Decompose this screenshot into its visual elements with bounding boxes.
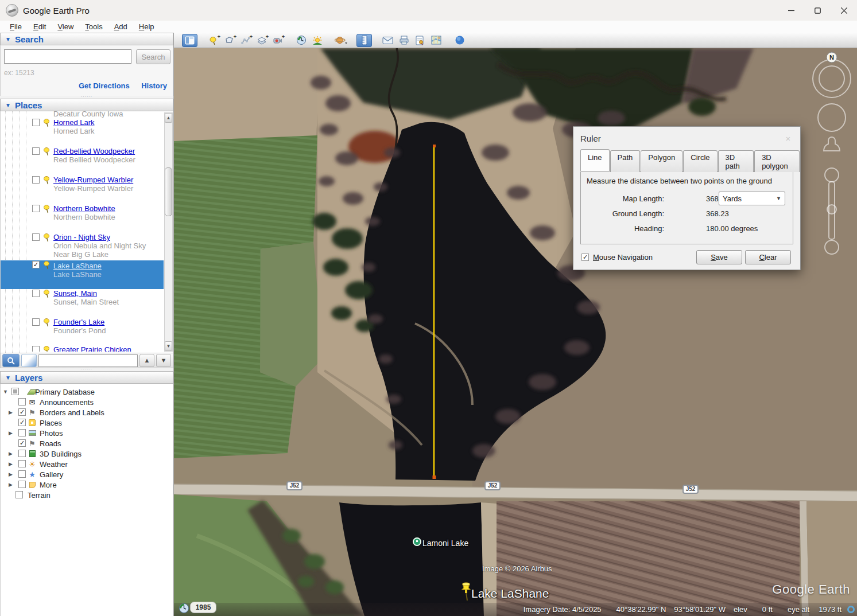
get-directions-link[interactable]: Get Directions [79, 81, 130, 90]
layer-checkbox-checked[interactable]: ✓ [18, 439, 26, 447]
checkbox-checked[interactable]: ✓ [581, 254, 589, 261]
layer-row[interactable]: ▶ Photos [1, 428, 173, 438]
layer-row[interactable]: ✓ Places [1, 418, 173, 428]
scroll-up-icon[interactable]: ▲ [165, 113, 172, 123]
scroll-thumb[interactable] [165, 167, 172, 216]
layers-panel-header[interactable]: ▼ Layers [0, 371, 173, 384]
list-item[interactable]: Orion - Night Sky Orion Nebula and Night… [1, 233, 173, 260]
menu-tools[interactable]: Tools [80, 21, 107, 32]
lamoni-lake-marker[interactable] [413, 537, 421, 546]
add-image-overlay-button[interactable]: + [254, 34, 269, 47]
ruler-dialog-titlebar[interactable]: Ruler × [573, 127, 800, 150]
layer-row[interactable]: ▶ ✓ ⚑ Borders and Labels [1, 407, 173, 418]
layer-row[interactable]: ✓ ⚑ Roads [1, 438, 173, 449]
search-panel-header[interactable]: ▼ Search [0, 33, 173, 45]
layer-checkbox-partial[interactable] [11, 388, 19, 395]
scroll-down-icon[interactable]: ▼ [165, 341, 172, 351]
add-polygon-button[interactable]: + [222, 34, 237, 47]
layer-row[interactable]: ✉ Announcements [1, 397, 173, 407]
layer-row[interactable]: ▶ ☀ Weather [1, 459, 173, 469]
layer-checkbox-checked[interactable]: ✓ [18, 419, 26, 426]
place-checkbox[interactable] [32, 147, 40, 155]
ruler-button[interactable] [356, 34, 372, 47]
add-path-button[interactable]: + [238, 34, 253, 47]
layer-row[interactable]: ▼ Primary Database [1, 387, 173, 397]
historical-imagery-clock-icon[interactable] [179, 603, 189, 614]
unit-dropdown[interactable]: Yards ▼ [719, 192, 785, 205]
search-input[interactable] [4, 49, 131, 64]
list-item-clipped[interactable]: Greater Prairie Chicken [1, 345, 173, 352]
places-filter-toggle-icon[interactable] [21, 354, 37, 367]
layer-checkbox[interactable] [18, 398, 26, 406]
lashane-pushpin-icon[interactable] [460, 582, 472, 602]
places-panel-header[interactable]: ▼ Places [0, 99, 173, 111]
tab-3d-path[interactable]: 3D path [718, 150, 754, 172]
dialog-close-icon[interactable]: × [783, 134, 793, 143]
tab-3d-polygon[interactable]: 3D polygon [754, 150, 800, 172]
menu-file[interactable]: File [5, 21, 27, 32]
menu-edit[interactable]: Edit [28, 21, 51, 32]
sunlight-button[interactable] [309, 34, 325, 47]
tab-polygon[interactable]: Polygon [641, 150, 683, 172]
place-checkbox[interactable] [32, 290, 40, 297]
historical-imagery-button[interactable] [293, 34, 309, 47]
layer-row[interactable]: ▶ More [1, 479, 173, 490]
layer-checkbox[interactable] [18, 460, 26, 467]
places-filter-input[interactable] [38, 354, 138, 367]
layer-row[interactable]: Terrain [1, 490, 173, 500]
lamoni-lake-label[interactable]: Lamoni Lake [422, 539, 468, 548]
expander-icon[interactable]: ▶ [9, 451, 13, 457]
list-item[interactable]: Red-bellied Woodpecker Red Bellied Woodp… [1, 147, 173, 176]
expander-icon[interactable]: ▶ [9, 410, 13, 415]
expander-icon[interactable]: ▶ [9, 430, 13, 436]
expander-icon[interactable]: ▶ [9, 471, 13, 477]
ruler-dialog[interactable]: Ruler × Line Path Polygon Circle 3D path… [573, 126, 801, 270]
record-tour-button[interactable]: + [270, 34, 285, 47]
layer-checkbox[interactable] [18, 481, 26, 488]
add-placemark-button[interactable]: + [205, 34, 221, 47]
expander-open-icon[interactable]: ▼ [3, 389, 8, 395]
place-checkbox[interactable] [32, 205, 40, 212]
close-button[interactable] [831, 0, 857, 21]
menu-help[interactable]: Help [134, 21, 160, 32]
navigation-controls[interactable]: N [806, 50, 855, 262]
save-image-button[interactable] [412, 34, 428, 47]
clear-button[interactable]: Clear [745, 250, 791, 264]
place-checkbox-checked[interactable]: ✓ [32, 261, 40, 268]
place-checkbox[interactable] [32, 233, 40, 241]
expander-icon[interactable]: ▶ [9, 461, 13, 467]
layer-checkbox[interactable] [18, 470, 26, 478]
menu-add[interactable]: Add [109, 21, 133, 32]
layer-checkbox-checked[interactable]: ✓ [18, 408, 26, 416]
place-checkbox[interactable] [32, 318, 40, 326]
layer-checkbox[interactable] [15, 491, 23, 498]
search-button[interactable]: Search [136, 49, 170, 64]
expander-icon[interactable]: ▶ [9, 482, 13, 488]
menu-view[interactable]: View [52, 21, 79, 32]
list-item-selected[interactable]: ✓ Lake LaShane Lake LaShane [1, 260, 164, 289]
earth-globe-button[interactable] [452, 34, 467, 47]
list-item[interactable]: Founder's Lake Founder's Pond [1, 318, 173, 345]
layer-row[interactable]: ▶ ★ Gallery [1, 469, 173, 479]
save-button[interactable]: Save [696, 250, 742, 264]
planets-button[interactable] [333, 34, 348, 47]
history-link[interactable]: History [141, 81, 167, 90]
find-next-icon[interactable]: ▼ [156, 354, 171, 367]
list-item[interactable]: Yellow-Rumped Warbler Yellow-Rumped Warb… [1, 176, 173, 204]
tab-path[interactable]: Path [610, 150, 641, 172]
layer-checkbox[interactable] [18, 450, 26, 457]
view-in-maps-button[interactable] [428, 34, 444, 47]
layer-checkbox[interactable] [18, 429, 26, 436]
places-scrollbar[interactable]: ▲ ▼ [164, 112, 173, 352]
find-previous-icon[interactable]: ▲ [139, 354, 154, 367]
minimize-button[interactable] [778, 0, 804, 21]
history-year-badge[interactable]: 1985 [190, 602, 216, 613]
place-checkbox[interactable] [32, 176, 40, 184]
tab-circle[interactable]: Circle [683, 150, 717, 172]
layer-row[interactable]: ▶ 3D Buildings [1, 449, 173, 459]
list-item[interactable]: Northern Bobwhite Northern Bobwhite [1, 204, 173, 233]
places-search-icon[interactable] [2, 354, 20, 367]
tab-line[interactable]: Line [580, 149, 610, 171]
toggle-sidebar-button[interactable] [182, 34, 197, 47]
place-checkbox[interactable] [32, 346, 40, 352]
